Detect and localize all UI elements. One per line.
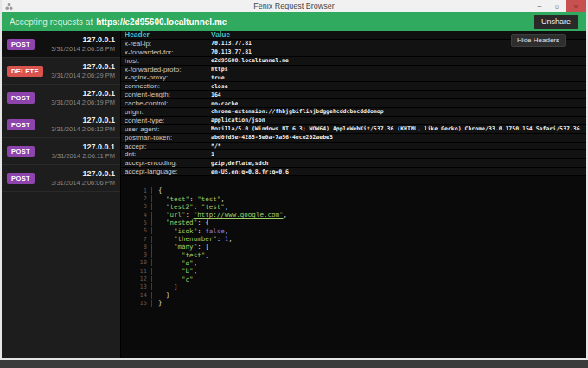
code-line-content: ] [152,283,178,291]
header-value: 1 [211,151,214,158]
header-value: no-cache [211,100,238,107]
app-icon [5,3,13,10]
line-number: 9 [133,251,152,258]
json-token-punc [158,219,166,226]
request-meta: 127.0.0.1 3/31/2014 2:06:29 PM [51,62,115,79]
json-token-punc: : [217,235,225,243]
json-token-punc [158,259,182,267]
code-line: 4 "url": "http://www.google.com", [133,211,586,219]
json-token-punc [158,235,174,243]
json-token-punc: : { [197,219,209,226]
json-token-str: "c" [182,276,194,283]
header-name: dnt: [121,150,211,158]
code-line: 3 "test2": "test", [133,203,586,211]
header-value: gzip,deflate,sdch [211,160,269,167]
request-ip: 127.0.0.1 [52,143,115,151]
header-value: 70.113.77.81 [211,48,252,55]
request-list-item[interactable]: POST 127.0.0.1 3/31/2014 2:06:12 PM [2,111,120,138]
json-token-key: "test2" [166,203,194,211]
request-time: 3/31/2014 2:06:58 PM [51,45,115,53]
line-number: 11 [133,268,152,275]
request-list-item[interactable]: POST 127.0.0.1 3/31/2014 2:06:06 PM [2,165,120,192]
header-value: application/json [211,117,265,124]
line-number: 1 [133,187,152,194]
json-body-viewer: 1 { 2 "test": "test", 3 "test2": "test",… [133,187,586,307]
header-row: content-type: application/json [121,117,586,125]
code-line-content: "test", [152,251,209,259]
code-line: 1 { [133,187,586,194]
code-line-content: "test2": "test", [152,203,228,211]
json-token-key: "url" [166,211,186,219]
line-number: 2 [133,195,152,202]
code-line-content: "test": "test", [152,195,225,203]
json-token-str: "b" [182,267,194,275]
code-line: 10 "a", [133,259,586,267]
header-value: e2d95600.localtunnel.me [211,57,289,64]
json-token-punc: , [284,211,288,219]
maximize-button[interactable]: ▫ [548,0,566,12]
header-row: accept-encoding: gzip,deflate,sdch [121,159,586,168]
request-time: 3/31/2014 2:06:29 PM [51,72,115,79]
line-number: 15 [133,300,152,307]
json-token-punc [158,227,174,235]
hide-headers-button[interactable]: Hide Headers [511,34,566,47]
json-token-punc: { [158,187,163,194]
header-name: accept-encoding: [121,159,211,167]
line-number: 7 [133,236,152,243]
code-line: 11 "b", [133,267,586,275]
header-row: postman-token: abd0fd5e-4285-5e0a-7a56-4… [121,134,586,143]
banner-label: Accepting requests at [10,17,93,27]
tunnel-url: https://e2d95600.localtunnel.me [96,17,227,27]
header-row: accept: */* [121,143,586,151]
json-token-punc [158,267,182,275]
request-list-item[interactable]: POST 127.0.0.1 3/31/2014 2:06:58 PM [2,31,120,58]
unshare-button[interactable]: Unshare [534,15,578,29]
header-row: origin: chrome-extension://fhbjgbiflinjb… [121,108,586,117]
window-controls: – ▫ ✕ [531,0,586,12]
header-value: https [211,66,228,73]
header-value: Mozilla/5.0 (Windows NT 6.3; WOW64) Appl… [211,125,580,132]
column-header-value: Value [211,31,230,39]
request-list-item[interactable]: POST 127.0.0.1 3/31/2014 2:06:11 PM [2,138,120,165]
method-badge: DELETE [7,66,43,77]
header-name: x-forwarded-for: [121,48,211,56]
code-line: 6 "isok": false, [133,227,586,235]
code-line: 8 "many": [ [133,243,586,251]
method-badge: POST [7,173,35,184]
code-line-content: "c" [152,276,194,283]
request-time: 3/31/2014 2:06:11 PM [52,152,115,160]
url-link[interactable]: "http://www.google.com" [194,211,284,219]
code-line-content: "thenumber": 1, [152,235,233,243]
json-token-str: "test" [197,195,220,203]
close-button[interactable]: ✕ [566,0,586,12]
method-badge: POST [7,146,35,157]
header-value: abd0fd5e-4285-5e0a-7a56-4ece202aebe3 [211,134,333,141]
json-token-punc: , [194,259,198,267]
json-token-key: "test" [166,195,189,203]
json-token-key: "many" [174,243,197,251]
code-line-content: "a", [152,259,197,267]
request-meta: 127.0.0.1 3/31/2014 2:06:58 PM [51,35,115,53]
minimize-button[interactable]: – [531,0,548,12]
request-meta: 127.0.0.1 3/31/2014 2:06:06 PM [51,169,115,187]
request-list-item[interactable]: POST 127.0.0.1 3/31/2014 2:06:19 PM [2,85,120,111]
line-number: 8 [133,244,152,251]
json-token-punc [158,251,182,259]
request-ip: 127.0.0.1 [51,62,115,71]
line-number: 10 [133,259,152,266]
window-title: Fenix Request Browser [2,0,586,12]
headers-table: Header Value x-real-ip: 70.113.77.81 x-f… [121,31,586,176]
code-line-content: "nested": { [152,219,209,226]
json-token-punc: , [220,195,225,203]
header-row: connection: close [121,82,586,91]
header-name: x-forwarded-proto: [121,66,211,73]
share-banner: Accepting requests at https://e2d95600.l… [2,12,586,31]
json-token-str: "test" [182,251,205,259]
request-list-item[interactable]: DELETE 127.0.0.1 3/31/2014 2:06:29 PM [2,58,120,85]
header-name: postman-token: [121,134,211,142]
json-token-punc: , [225,227,229,235]
code-line: 2 "test": "test", [133,194,586,202]
code-line: 7 "thenumber": 1, [133,235,586,243]
request-detail-panel: Hide Headers Header Value x-real-ip: 70.… [121,31,586,358]
code-line-content: } [152,299,163,307]
